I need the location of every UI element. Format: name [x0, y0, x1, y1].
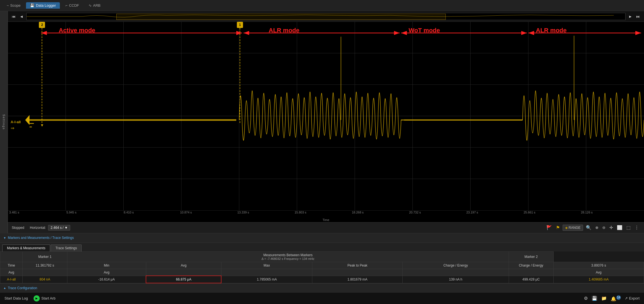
marker2-avg-label: Avg [553, 269, 644, 276]
zoom-in-button-2[interactable]: ⊕ [594, 225, 600, 230]
waveform-svg [8, 22, 644, 210]
marker-1[interactable]: 1 [237, 22, 243, 123]
marker-2[interactable]: 2 ▼ [39, 22, 45, 127]
export-label: Export [629, 296, 640, 300]
notification-badge: 14 [616, 295, 621, 300]
marker-1-line [240, 28, 240, 123]
zoom-in-button[interactable]: 🔍 [585, 224, 593, 231]
settings-gear-button[interactable]: ⚙ [584, 296, 588, 301]
row-time-header: Time [0, 262, 23, 269]
between-charge2-cell: 499.428 μC [509, 276, 553, 283]
marker-2-flag: 2 [39, 22, 45, 28]
x-axis: 3.481 s 5.945 s 8.410 s 10.874 s 13.339 … [8, 210, 644, 222]
marker2-time: 3.89376 s [553, 262, 644, 269]
export-button[interactable]: ↗ Export [625, 296, 640, 300]
horizontal-value-display[interactable]: 2.464 s / ▼ [48, 225, 70, 231]
measurements-container: Marker 1 Measurements Between Markers Δ … [0, 251, 644, 284]
between-title: Measurements Between Markers [70, 253, 506, 257]
rewind-button[interactable]: ◄ [18, 14, 25, 19]
zoom-out-button[interactable]: ⊖ [601, 225, 607, 230]
tab-arb[interactable]: ∿ ARB [85, 2, 105, 9]
x-label-1: 5.945 s [66, 211, 76, 214]
between-min-cell: -16.614 μA [67, 276, 146, 283]
measurements-table: Marker 1 Measurements Between Markers Δ … [0, 251, 644, 284]
between-avg2-label: Avg [67, 269, 146, 276]
trace-header: Avg [0, 269, 23, 276]
between-avg-cell: 66.875 μA [146, 276, 221, 283]
horizontal-control: Horizontal: 2.464 s / ▼ [30, 225, 70, 231]
oscilloscope-display: Active mode ALR mode WoT mode ALR mode 2… [8, 22, 644, 210]
panel-header[interactable]: ▼ Markers and Measurements / Trace Setti… [0, 233, 644, 243]
top-nav: ~ Scope 💾 Data Logger ⌐ CCDF ∿ ARB [0, 0, 644, 11]
x-label-3: 10.874 s [180, 211, 192, 214]
tabs-bar: Markers & Measurements Trace Settings [0, 243, 644, 251]
tab-datalogger-label: Data Logger [36, 3, 56, 8]
tab-scope-label: Scope [10, 3, 21, 8]
start-data-log-button[interactable]: Start Data Log [4, 296, 28, 300]
range-icon: ◈ [565, 226, 568, 230]
folder-button[interactable]: 📁 [601, 296, 607, 301]
export-icon: ↗ [625, 296, 628, 300]
tab-trace-settings[interactable]: Trace Settings [51, 244, 82, 251]
x-label-9: 25.661 s [523, 211, 535, 214]
fullscreen-button[interactable]: ⬜ [616, 224, 624, 231]
grid-button[interactable]: ⋮ [633, 224, 640, 231]
fit-button[interactable]: ✛ [608, 224, 614, 231]
trace-label: A-I-all [11, 120, 21, 124]
scope-icon: ~ [7, 3, 9, 8]
tab-datalogger[interactable]: 💾 Data Logger [26, 2, 60, 9]
save-button[interactable]: 💾 [592, 296, 597, 301]
ccdf-icon: ⌐ [65, 3, 68, 8]
marker-2-arrow: ▼ [40, 123, 44, 127]
range-label: RANGE [568, 226, 581, 230]
tab-markers-label: Markers & Measurements [7, 246, 45, 250]
rewind-fast-button[interactable]: ⏮ [11, 14, 17, 19]
between-ptop-header: Peak to Peak [312, 262, 402, 269]
marker-2-line [42, 28, 42, 123]
marker-button[interactable]: ⚑ [555, 224, 561, 231]
start-data-log-label: Start Data Log [4, 296, 28, 300]
horizontal-label: Horizontal: [30, 226, 46, 230]
between-subtitle: Δ = -7.468032 s Frequency = 134 mHz [70, 257, 506, 260]
horizontal-value-text: 2.464 s / [51, 226, 63, 230]
notifications-button[interactable]: 🔔14 [611, 295, 621, 301]
trace-config-label: Trace Configuration [8, 286, 37, 290]
x-label-4: 13.339 s [237, 211, 249, 214]
x-label-10: 28.126 s [581, 211, 593, 214]
range-button[interactable]: ◈ RANGE [563, 225, 583, 231]
forward-fast-button[interactable]: ⏭ [635, 14, 641, 19]
marker1-time: 11.361792 s [23, 262, 67, 269]
between-ptop-val-header [312, 269, 402, 276]
marker2-avg-cell: 1.409685 mA [553, 276, 644, 283]
tab-markers-measurements[interactable]: Markers & Measurements [2, 244, 50, 251]
settings-sidebar[interactable]: Settings [0, 11, 8, 233]
between-charge1-cell: 139 nA h [403, 276, 509, 283]
flag-button[interactable]: 🚩 [545, 224, 553, 231]
between-max-header: Max [221, 262, 312, 269]
marker1-avg-header [23, 269, 67, 276]
bottom-status-bar: Start Data Log ▶ Start Arb ⚙ 💾 📁 🔔14 ↗ E… [0, 292, 644, 304]
start-arb-button[interactable]: ▶ Start Arb [34, 295, 56, 301]
x-label-5: 15.803 s [294, 211, 306, 214]
x-label-0: 3.481 s [9, 211, 19, 214]
tab-ccdf[interactable]: ⌐ CCDF [62, 2, 83, 9]
between-max-val-header [221, 269, 312, 276]
tab-trace-label: Trace Settings [55, 246, 77, 250]
tab-arb-label: ARB [93, 3, 101, 8]
start-arb-label: Start Arb [41, 296, 56, 300]
waveform-preview [26, 13, 626, 20]
tab-scope[interactable]: ~ Scope [3, 2, 24, 9]
waveform-preview-svg [27, 13, 625, 20]
panel-header-title: Markers and Measurements / Trace Setting… [8, 236, 74, 240]
horizontal-dropdown-icon[interactable]: ▼ [64, 226, 68, 230]
panel-arrow-icon: ▼ [3, 236, 6, 239]
waveform-nav: ⏮ ◄ ► ⏭ [8, 11, 644, 22]
toolbar-right: 🚩 ⚑ ◈ RANGE 🔍 ⊕ ⊖ ✛ ⬜ ⬚ ⋮ [545, 224, 640, 231]
x-label-8: 23.197 s [466, 211, 478, 214]
trace-config-header[interactable]: ▲ Trace Configuration [0, 283, 644, 292]
between-avg-header: Avg [146, 262, 221, 269]
split-button[interactable]: ⬚ [625, 224, 632, 231]
trace-name-cell: A-I-all [0, 276, 23, 283]
forward-button[interactable]: ► [627, 14, 633, 19]
status-text: Stopped [12, 226, 24, 230]
